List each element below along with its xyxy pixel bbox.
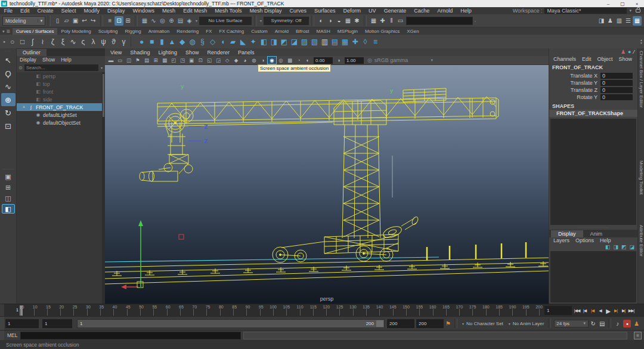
show-tool-settings-icon[interactable]: ☰: [624, 16, 633, 26]
symmetry-field[interactable]: Symmetry: Off: [264, 17, 309, 25]
sculpt-surfaces-icon[interactable]: ◊: [360, 36, 370, 47]
ipr-render-icon[interactable]: ◒: [335, 16, 343, 26]
range-end-handle[interactable]: [376, 320, 383, 327]
nurbs-square-icon[interactable]: □: [17, 36, 27, 47]
lights-icon[interactable]: ◍: [250, 57, 258, 64]
open-close-curve-icon[interactable]: γ: [119, 36, 129, 47]
step-forward-key-button[interactable]: ▶|: [612, 307, 620, 316]
outliner-item-defaultlightset[interactable]: ◉ defaultLightSet: [17, 111, 102, 119]
attribute-value-field[interactable]: 0: [600, 87, 633, 93]
maximize-button[interactable]: ▢: [615, 1, 630, 7]
render-settings-icon[interactable]: ▦: [343, 16, 352, 26]
safe-action-icon[interactable]: ◱: [205, 57, 213, 64]
attach-surfaces-icon[interactable]: ▨: [299, 36, 309, 47]
animation-end-field[interactable]: 200: [416, 319, 444, 328]
channel-box-menu-item[interactable]: Show: [616, 56, 636, 62]
shelf-tab[interactable]: Poly Modeling: [57, 28, 94, 35]
undo-icon[interactable]: ↩: [80, 16, 89, 26]
shelf-tab[interactable]: MASH: [313, 28, 334, 35]
menu-item[interactable]: Arnold: [434, 8, 457, 14]
intersect-surfaces-icon[interactable]: ◨: [269, 36, 279, 47]
shelf-options-icon[interactable]: ☰: [7, 29, 10, 34]
layer-editor-tab[interactable]: Display: [551, 230, 583, 237]
curve-fillet-icon[interactable]: ∿: [68, 36, 78, 47]
plus-icon[interactable]: ✚: [378, 16, 387, 26]
snap-to-projected-center-icon[interactable]: ⊕: [167, 16, 176, 26]
viewport-menu-item[interactable]: Renderer: [203, 50, 234, 55]
gate-mask-icon[interactable]: ▣: [187, 57, 196, 64]
select-tool-icon[interactable]: ↖: [1, 54, 16, 67]
panel-splitter[interactable]: ····················: [549, 226, 637, 229]
menu-item[interactable]: Mesh Tools: [211, 8, 246, 14]
outliner-menu-item[interactable]: Help: [58, 57, 74, 63]
shelf-tab[interactable]: Bifrost: [292, 28, 313, 35]
shadows-icon[interactable]: ◑: [259, 57, 267, 64]
detach-surfaces-icon[interactable]: ▧: [309, 36, 320, 47]
attribute-value-field[interactable]: 0: [600, 80, 633, 86]
construction-history-icon[interactable]: ▦: [369, 16, 378, 26]
nurbs-cube-icon[interactable]: ■: [147, 36, 157, 47]
open-scene-icon[interactable]: ▱: [62, 16, 71, 26]
lasso-tool-icon[interactable]: Ϙ: [1, 67, 16, 80]
outliner-menu-item[interactable]: Display: [17, 57, 39, 63]
animation-preferences-icon[interactable]: ♟: [632, 320, 641, 327]
shelf-tab[interactable]: Motion Graphics: [361, 28, 403, 35]
viewport-menu-item[interactable]: View: [106, 50, 126, 55]
shelf-tab[interactable]: FX: [202, 28, 215, 35]
outliner-item-persp[interactable]: ◧ persp: [17, 72, 102, 80]
view-transform-selector[interactable]: ◎ sRGB gamma ▾: [367, 57, 433, 63]
attribute-value-field[interactable]: 0: [600, 73, 633, 79]
shelf-tab[interactable]: Rigging: [122, 28, 145, 35]
lock-camera-icon[interactable]: ▭: [116, 57, 124, 64]
playback-loop-icon[interactable]: ↻: [589, 320, 597, 327]
layout-four-pane-icon[interactable]: ⊞: [2, 183, 15, 192]
minimize-button[interactable]: –: [601, 1, 615, 7]
select-camera-icon[interactable]: ▬: [107, 57, 115, 64]
rotate-tool-icon[interactable]: ↻: [1, 106, 16, 119]
sidebar-tab-channel-box[interactable]: Channel Box / Layer Editor: [639, 51, 644, 108]
range-slider-grip[interactable]: [0, 317, 4, 330]
command-language-toggle[interactable]: MEL: [4, 332, 20, 338]
shelf-tab[interactable]: Rendering: [173, 28, 202, 35]
outliner-item-defaultobjectset[interactable]: ◉ defaultObjectSet: [17, 119, 102, 126]
bevel-icon[interactable]: ◇: [208, 36, 218, 47]
script-editor-icon[interactable]: ≡: [634, 332, 642, 339]
screen-space-ao-icon[interactable]: ◉: [268, 57, 276, 64]
bookmarks-icon[interactable]: ⚑: [134, 57, 142, 64]
align-curves-icon[interactable]: ϑ: [109, 36, 119, 47]
film-gate-icon[interactable]: ◰: [169, 57, 178, 64]
redo-icon[interactable]: ↪: [89, 16, 98, 26]
new-scene-icon[interactable]: ▯: [53, 16, 62, 26]
trim-tool-icon[interactable]: ◩: [279, 36, 289, 47]
channel-box-menu-item[interactable]: Channels: [550, 56, 579, 62]
command-line-grip[interactable]: [0, 331, 4, 340]
grid-icon[interactable]: ▦: [160, 57, 169, 64]
step-back-key-button[interactable]: |◀: [589, 307, 596, 316]
select-object-icon[interactable]: ⊡: [114, 16, 123, 26]
extrude-icon[interactable]: ▰: [228, 36, 238, 47]
menu-item[interactable]: Edit Mesh: [179, 8, 211, 14]
sidebar-tab-modeling-toolkit[interactable]: Modeling Toolkit: [639, 160, 644, 194]
menu-item[interactable]: Cache: [410, 8, 434, 14]
reverse-direction-icon[interactable]: ✚: [350, 36, 360, 47]
chevron-down-icon[interactable]: ▾: [100, 66, 103, 70]
outliner-item-front-of-track[interactable]: + ʃ FRONT_OF_TRACK: [17, 103, 102, 111]
fps-selector[interactable]: 24 fps ▼: [554, 320, 589, 328]
shelf-tab[interactable]: MSPlugin: [334, 28, 361, 35]
planar-icon[interactable]: ✦: [248, 36, 258, 47]
chevron-right-icon[interactable]: ›: [474, 19, 476, 23]
character-icon[interactable]: ♟: [621, 49, 626, 55]
menu-item[interactable]: Surfaces: [311, 8, 340, 14]
render-current-frame-icon[interactable]: ◑: [326, 16, 335, 26]
show-attribute-editor-icon[interactable]: ▥: [615, 16, 624, 26]
menu-item[interactable]: Edit: [17, 8, 34, 14]
move-layer-up-icon[interactable]: ◧: [605, 244, 611, 250]
playblast-icon[interactable]: ▤: [597, 320, 606, 327]
boundary-icon[interactable]: §: [197, 36, 208, 47]
snap-to-view-planes-icon[interactable]: ▤: [176, 16, 185, 26]
sphere-icon[interactable]: ●: [628, 49, 631, 55]
exposure-icon[interactable]: ◐: [304, 57, 312, 64]
menu-item[interactable]: Modify: [80, 8, 104, 14]
light-editor-icon[interactable]: ✱: [352, 16, 361, 26]
outliner-tab[interactable]: Outliner: [17, 49, 47, 56]
